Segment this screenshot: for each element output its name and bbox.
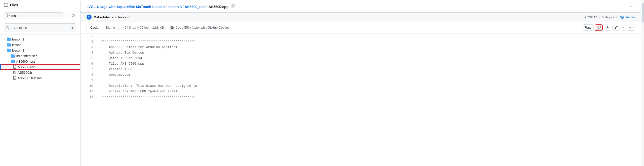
scroll-thumb[interactable] — [642, 3, 644, 23]
tree-item-lesson1[interactable]: lesson 1 — [0, 36, 80, 42]
tree-item-lesson2[interactable]: lesson 2 — [0, 42, 80, 48]
file-stats: 454 lines (405 loc) · 12.8 KB — [123, 26, 164, 29]
copy-raw-button[interactable] — [595, 24, 603, 31]
line-content: Author: Tom Denton — [93, 50, 641, 56]
breadcrumb-sep: / — [183, 5, 184, 9]
active-file-indicator — [0, 64, 1, 70]
tree-item-label: 3d printed files — [16, 54, 37, 58]
line-content: Description: This class has been designe… — [93, 83, 641, 89]
tree-item-as5600h[interactable]: AS5600.h — [0, 70, 80, 75]
copy-path-button[interactable] — [231, 5, 234, 9]
code-toolbar: Code Blame 454 lines (405 loc) · 12.8 KB… — [80, 22, 641, 33]
copilot-info: Code 55% faster with GitHub Copilot — [170, 26, 229, 30]
breadcrumb-repo-link[interactable]: LVGL-Usage-with-Squareline-MaTouch-Lesso… — [87, 5, 165, 9]
tree-item-label: AS5600.h — [18, 71, 32, 74]
chevron-right-icon — [2, 43, 6, 47]
line-content — [93, 33, 641, 39]
edit-button[interactable] — [612, 25, 620, 31]
line-content: ****************************************… — [93, 94, 641, 100]
branch-icon — [7, 14, 10, 18]
tree-item-3dfiles[interactable]: 3d printed files — [0, 53, 80, 59]
breadcrumb-sep: / — [166, 5, 167, 9]
table-row: 1 — [80, 33, 641, 39]
table-row: 2 /*************************************… — [80, 39, 641, 45]
chevron-right-icon — [6, 54, 10, 58]
tab-blame[interactable]: Blame — [102, 24, 119, 31]
sidebar-header: Files — [0, 0, 80, 10]
tree-item-label: AS5600.cpp — [18, 65, 35, 69]
tree-item-as5600test[interactable]: AS5600_test — [0, 59, 80, 64]
more-options-button[interactable]: ··· — [628, 4, 635, 10]
breadcrumb-path2-link[interactable]: AS5600_test — [185, 5, 206, 9]
breadcrumb: LVGL-Usage-with-Squareline-MaTouch-Lesso… — [87, 5, 234, 9]
search-file-icon — [6, 26, 10, 30]
folder-open-icon — [7, 48, 11, 52]
download-button[interactable] — [604, 25, 611, 31]
line-content: File: AMS_5600.cpp — [93, 61, 641, 67]
tree-item-label: lesson 1 — [12, 37, 24, 41]
scrollbar[interactable] — [641, 0, 644, 166]
commit-author-name[interactable]: Makerfabs — [94, 15, 110, 19]
view-tabs: Code Blame — [87, 24, 119, 31]
files-icon — [4, 3, 8, 7]
folder-icon — [7, 37, 11, 41]
commit-time: · — [599, 15, 600, 19]
commit-time-text: 5 days ago — [602, 15, 618, 19]
table-row: 8 www.ams.com — [80, 72, 641, 78]
commit-bar: Makerfabs add lesson 3 43fd5fc · 5 days … — [80, 13, 641, 22]
search-file-wrapper[interactable]: t — [4, 23, 76, 32]
search-shortcut: t — [71, 26, 74, 30]
table-row: 4 Author: Tom Denton — [80, 50, 641, 56]
history-clock-icon — [620, 15, 624, 19]
tree-item-lesson3[interactable]: lesson 3 — [0, 48, 80, 53]
folder-icon — [11, 54, 15, 58]
copilot-text: Code 55% faster with GitHub Copilot — [176, 26, 229, 29]
raw-button[interactable]: Raw — [583, 24, 594, 31]
file-info: 454 lines (405 loc) · 12.8 KB — [123, 26, 164, 29]
chevron-down-icon — [622, 26, 625, 29]
search-file-area: t — [0, 21, 80, 34]
branch-selector: main + — [0, 10, 80, 21]
breadcrumb-path1-link[interactable]: lesson 3 — [168, 5, 182, 9]
tree-item-as5600testino[interactable]: AS5600_test.ino — [0, 75, 80, 81]
search-file-input[interactable] — [11, 25, 70, 31]
commit-info-left: Makerfabs add lesson 3 — [87, 15, 130, 20]
edit-dropdown-button[interactable] — [621, 25, 626, 31]
line-content: www.ams.com — [93, 72, 641, 78]
line-number: 12 — [80, 94, 93, 100]
line-content: access the AMS 5600 "potuino" shield. — [93, 89, 641, 94]
breadcrumb-sep: / — [207, 5, 208, 9]
line-number: 5 — [80, 56, 93, 61]
line-content: Version 1.00 — [93, 67, 641, 72]
table-row: 3 AMS 5600 class for Arduino platform — [80, 45, 641, 50]
history-button[interactable]: History — [620, 15, 635, 19]
branch-dropdown[interactable]: main — [4, 12, 63, 19]
tree-item-label: AS5600_test.ino — [18, 76, 42, 80]
file-icon — [13, 70, 17, 74]
folder-icon — [7, 43, 11, 47]
line-content: /***************************************… — [93, 39, 641, 45]
line-number: 7 — [80, 67, 93, 72]
line-number: 10 — [80, 83, 93, 89]
search-files-button[interactable] — [71, 13, 76, 19]
tab-code[interactable]: Code — [87, 24, 102, 31]
code-table: 1 2 /***********************************… — [80, 33, 641, 100]
table-row: 9 — [80, 78, 641, 83]
breadcrumb-bar: LVGL-Usage-with-Squareline-MaTouch-Lesso… — [80, 0, 641, 13]
symbols-button[interactable]: <> — [627, 25, 635, 31]
commit-message: add lesson 3 — [112, 15, 130, 19]
line-number: 4 — [80, 50, 93, 56]
commit-hash[interactable]: 43fd5fc — [585, 15, 597, 19]
line-number: 11 — [80, 89, 93, 94]
add-file-button[interactable]: + — [65, 13, 69, 19]
chevron-down-icon — [2, 48, 6, 52]
commit-info-right: 43fd5fc · 5 days ago History — [585, 15, 635, 19]
line-content: AMS 5600 class for Arduino platform — [93, 45, 641, 50]
tree-item-as5600cpp[interactable]: AS5600.cpp — [0, 64, 80, 70]
chevron-right-icon — [2, 37, 6, 41]
edit-icon — [614, 26, 618, 29]
file-icon — [13, 65, 17, 69]
line-number: 6 — [80, 61, 93, 67]
code-area[interactable]: 1 2 /***********************************… — [80, 33, 641, 166]
table-row: 6 File: AMS_5600.cpp — [80, 61, 641, 67]
